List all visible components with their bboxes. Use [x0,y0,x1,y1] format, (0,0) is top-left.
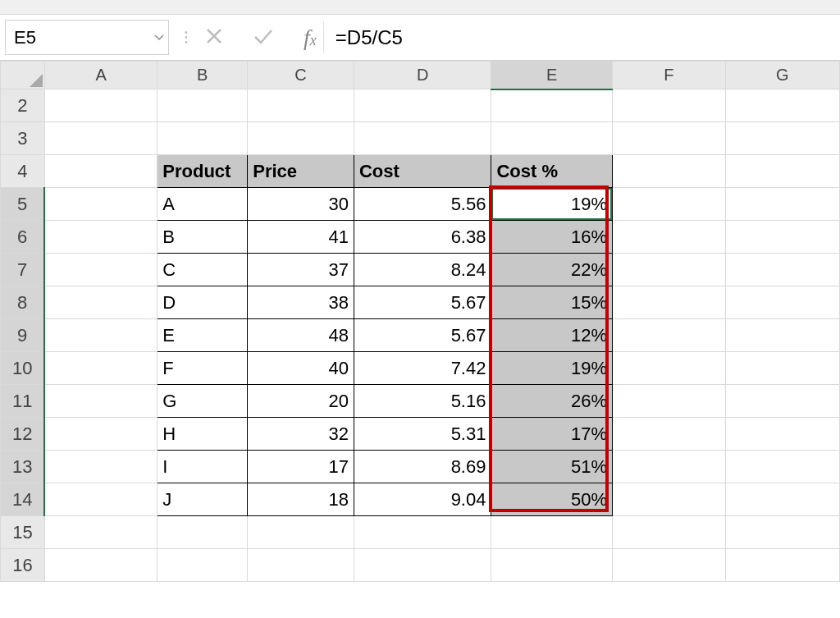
row-header-6[interactable]: 6 [1,221,45,254]
col-header-E[interactable]: E [491,62,613,89]
row-header-4[interactable]: 4 [1,155,45,188]
col-header-A[interactable]: A [44,62,157,89]
cell-E2[interactable] [491,89,613,122]
cell-A13[interactable] [44,451,157,483]
cell-C10[interactable]: 40 [248,352,354,385]
row-header-9[interactable]: 9 [1,319,45,352]
name-box[interactable]: E5 [5,20,169,55]
row-header-16[interactable]: 16 [1,549,45,582]
cell-A15[interactable] [44,516,157,549]
cell-C13[interactable]: 17 [248,451,354,483]
select-all-corner[interactable] [1,62,45,89]
cell-D6[interactable]: 6.38 [354,221,491,254]
row-header-13[interactable]: 13 [1,451,45,483]
cell-D15[interactable] [354,516,491,549]
cell-C9[interactable]: 48 [248,319,354,352]
worksheet-grid[interactable]: A B C D E F G 2 3 4 Product Price Cost C… [0,61,840,582]
cell-F15[interactable] [613,516,725,549]
cell-F8[interactable] [613,286,725,319]
cell-E10[interactable]: 19% [491,352,613,385]
cell-A10[interactable] [44,352,157,385]
cell-B5[interactable]: A [158,188,248,221]
cell-E16[interactable] [491,549,613,582]
cell-C12[interactable]: 32 [248,418,354,451]
cell-B7[interactable]: C [158,254,248,286]
row-header-14[interactable]: 14 [1,483,45,516]
cell-E4[interactable]: Cost % [491,155,613,188]
cell-C3[interactable] [248,122,354,155]
cell-A3[interactable] [44,122,157,155]
cell-F14[interactable] [613,483,725,516]
cell-C8[interactable]: 38 [248,286,354,319]
cell-G8[interactable] [725,286,840,319]
cell-C14[interactable]: 18 [248,483,354,516]
row-header-2[interactable]: 2 [1,89,45,122]
cell-D12[interactable]: 5.31 [354,418,491,451]
cell-G13[interactable] [725,451,840,483]
cell-C2[interactable] [248,89,354,122]
cell-B8[interactable]: D [158,286,248,319]
cell-G3[interactable] [725,122,840,155]
cell-C4[interactable]: Price [248,155,354,188]
cell-D2[interactable] [354,89,491,122]
cell-B16[interactable] [158,549,248,582]
cell-D10[interactable]: 7.42 [354,352,491,385]
cell-E11[interactable]: 26% [491,385,613,418]
cell-E5[interactable]: 19% [491,188,613,221]
cell-C7[interactable]: 37 [248,254,354,286]
name-box-dropdown-icon[interactable] [150,21,168,54]
cell-D4[interactable]: Cost [354,155,491,188]
cell-B11[interactable]: G [158,385,248,418]
cell-D9[interactable]: 5.67 [354,319,491,352]
cell-G5[interactable] [725,188,840,221]
cell-D3[interactable] [354,122,491,155]
cell-D8[interactable]: 5.67 [354,286,491,319]
cell-G10[interactable] [725,352,840,385]
cell-G4[interactable] [725,155,840,188]
row-header-10[interactable]: 10 [1,352,45,385]
cell-B6[interactable]: B [158,221,248,254]
cell-E6[interactable]: 16% [491,221,613,254]
cell-G7[interactable] [725,254,840,286]
cell-E14[interactable]: 50% [491,483,613,516]
col-header-F[interactable]: F [613,62,725,89]
cell-A6[interactable] [44,221,157,254]
cell-F13[interactable] [613,451,725,483]
cell-B13[interactable]: I [158,451,248,483]
col-header-D[interactable]: D [354,62,491,89]
cell-E9[interactable]: 12% [491,319,613,352]
cell-C16[interactable] [248,549,354,582]
cell-A12[interactable] [44,418,157,451]
row-header-11[interactable]: 11 [1,385,45,418]
cell-E8[interactable]: 15% [491,286,613,319]
cell-E7[interactable]: 22% [491,254,613,286]
cell-F9[interactable] [613,319,725,352]
cell-B14[interactable]: J [158,483,248,516]
cell-B2[interactable] [158,89,248,122]
row-header-3[interactable]: 3 [1,122,45,155]
cell-G9[interactable] [725,319,840,352]
cell-A4[interactable] [44,155,157,188]
row-header-15[interactable]: 15 [1,516,45,549]
cell-A5[interactable] [44,188,157,221]
cell-A8[interactable] [44,286,157,319]
cell-C6[interactable]: 41 [248,221,354,254]
fx-icon[interactable]: fx [304,25,317,51]
cell-G11[interactable] [725,385,840,418]
cell-B3[interactable] [158,122,248,155]
row-header-5[interactable]: 5 [1,188,45,221]
cell-C5[interactable]: 30 [248,188,354,221]
formula-input[interactable]: =D5/C5 [324,15,840,60]
cell-A9[interactable] [44,319,157,352]
enter-icon[interactable] [253,25,274,51]
row-header-7[interactable]: 7 [1,254,45,286]
cell-E3[interactable] [491,122,613,155]
cell-B12[interactable]: H [158,418,248,451]
cell-F5[interactable] [613,188,725,221]
cell-C15[interactable] [248,516,354,549]
cell-F16[interactable] [613,549,725,582]
cell-B15[interactable] [158,516,248,549]
cell-E15[interactable] [491,516,613,549]
cell-C11[interactable]: 20 [248,385,354,418]
cell-F11[interactable] [613,385,725,418]
